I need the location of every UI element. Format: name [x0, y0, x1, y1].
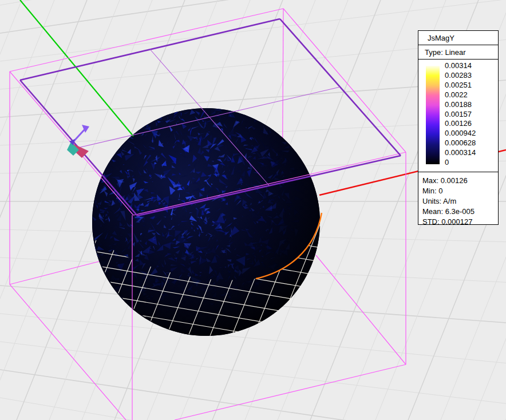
legend-quantity-title: JsMagY — [418, 31, 498, 45]
plane-grid-line-vertical — [329, 172, 428, 420]
scale-value: 0.00283 — [445, 71, 476, 81]
scale-value: 0.00188 — [445, 100, 476, 110]
scale-value: 0 — [445, 158, 476, 168]
stat-line: Mean: 6.3e-005 — [422, 207, 498, 217]
plot-scale-legend[interactable]: JsMagY Type: Linear 0.003140.002830.0025… — [418, 30, 499, 225]
stat-line: STD: 0.000127 — [422, 217, 498, 227]
grid-line-horizontal — [0, 0, 506, 5]
grid-line-horizontal — [0, 370, 506, 420]
scale-value: 0.00126 — [445, 119, 476, 129]
scale-value: 0.0022 — [445, 90, 476, 100]
stat-line: Max: 0.00126 — [422, 176, 498, 186]
stat-line: Units: A/m — [422, 196, 498, 207]
scale-value: 0.000942 — [445, 129, 476, 138]
grid-line-vertical — [0, 0, 87, 420]
sheet-edge — [280, 19, 401, 156]
box-edge — [175, 364, 406, 420]
plane-grid-line-vertical — [307, 172, 406, 420]
box-edge — [10, 9, 283, 72]
colorbar-value-labels: 0.003140.002830.002510.00220.001880.0015… — [445, 61, 476, 168]
legend-scale-type: Type: Linear — [418, 45, 498, 60]
legend-color-scale: 0.003140.002830.002510.00220.001880.0015… — [418, 60, 498, 172]
scale-value: 0.000314 — [445, 148, 476, 158]
sphere-current-plot[interactable] — [92, 107, 320, 336]
box-edge — [10, 284, 126, 420]
scale-value: 0.00251 — [445, 81, 476, 90]
stat-line: Min: 0 — [422, 186, 498, 196]
colorbar-gradient — [426, 66, 440, 164]
scale-value: 0.00314 — [445, 61, 476, 71]
legend-statistics: Max: 0.00126Min: 0Units: A/mMean: 6.3e-0… — [418, 172, 498, 228]
y-axis-line — [20, 0, 133, 136]
scale-value: 0.000628 — [445, 138, 476, 148]
plane-grid-line-vertical — [0, 172, 80, 420]
grid-line-horizontal — [0, 342, 506, 403]
scale-value: 0.00157 — [445, 110, 476, 120]
3d-modeler-viewport[interactable]: JsMagY Type: Linear 0.003140.002830.0025… — [0, 0, 506, 420]
